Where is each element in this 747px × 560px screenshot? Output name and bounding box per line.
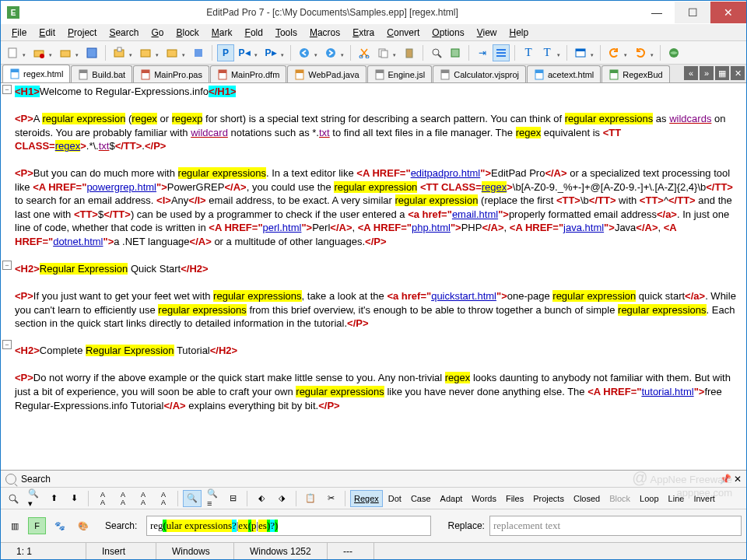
nav-fwd-button[interactable]	[322, 44, 339, 61]
tab-Engine-jsl[interactable]: Engine.jsl	[367, 65, 433, 82]
menu-view[interactable]: View	[471, 26, 503, 40]
project-misc-button[interactable]	[163, 44, 181, 61]
menu-project[interactable]: Project	[61, 26, 103, 40]
menu-file[interactable]: File	[5, 26, 33, 40]
project-save-button[interactable]	[190, 44, 207, 61]
search-next-button[interactable]: 🔍▾	[24, 490, 43, 507]
tab-RegexBud[interactable]: RegexBud	[601, 65, 669, 82]
editor-area[interactable]: − <H1>Welcome to Regular-Expressions.inf…	[1, 83, 746, 470]
new-file-button[interactable]	[4, 44, 21, 61]
search-opt-words[interactable]: Words	[468, 490, 500, 507]
menu-help[interactable]: Help	[503, 26, 535, 40]
tab-list-button[interactable]: ▦	[715, 66, 729, 80]
save-button[interactable]	[57, 44, 74, 61]
tab-scroll-left[interactable]: «	[684, 66, 698, 80]
history-button[interactable]: ▥	[5, 517, 23, 534]
menubar: FileEditProjectSearchGoBlockMarkFoldTool…	[1, 24, 746, 41]
search-down-button[interactable]: ⬇	[65, 490, 83, 507]
open-folder-button[interactable]	[30, 44, 47, 61]
redo-button[interactable]	[632, 44, 649, 61]
tab-regex-html[interactable]: regex.html	[2, 65, 70, 82]
bookmark-button[interactable]: ⬖	[252, 490, 271, 507]
fold-toggle[interactable]: −	[2, 85, 12, 94]
menu-macros[interactable]: Macros	[303, 26, 346, 40]
undo-button[interactable]	[605, 44, 622, 61]
search-aa2[interactable]: AA	[114, 490, 132, 507]
menu-search[interactable]: Search	[103, 26, 145, 40]
tab-acetext-html[interactable]: acetext.html	[527, 65, 601, 82]
tab-Build-bat[interactable]: Build.bat	[71, 65, 132, 82]
replace-button[interactable]	[447, 44, 464, 61]
tab-MainPro-pas[interactable]: MainPro.pas	[133, 65, 209, 82]
search-aa4[interactable]: AA	[154, 490, 173, 507]
tab-WebPad-java[interactable]: WebPad.java	[287, 65, 366, 82]
file-icon	[440, 69, 451, 80]
menu-edit[interactable]: Edit	[33, 26, 61, 40]
align-button[interactable]	[493, 44, 510, 61]
project-open-button[interactable]	[137, 44, 154, 61]
search-aa3[interactable]: AA	[134, 490, 153, 507]
tab-close-button[interactable]: ✕	[731, 66, 745, 80]
tab-MainPro-dfm[interactable]: MainPro.dfm	[210, 65, 286, 82]
close-button[interactable]: ✕	[710, 2, 746, 23]
menu-options[interactable]: Options	[426, 26, 470, 40]
count-button[interactable]: 🔍≡	[203, 490, 222, 507]
tab-label: RegexBud	[622, 70, 662, 79]
indent-button[interactable]: ⇥	[474, 44, 491, 61]
text-tool-button[interactable]: T	[520, 44, 537, 61]
minimize-button[interactable]: —	[639, 2, 675, 23]
misc-button[interactable]: 🎨	[74, 517, 93, 534]
search-opt-invert[interactable]: Invert	[689, 490, 719, 507]
find-button[interactable]	[428, 44, 445, 61]
save-all-button[interactable]	[83, 44, 100, 61]
svg-point-44	[9, 495, 16, 501]
search-opt-block[interactable]: Block	[605, 490, 634, 507]
cut-button[interactable]	[356, 44, 373, 61]
menu-mark[interactable]: Mark	[205, 26, 239, 40]
search-opt-adapt[interactable]: Adapt	[437, 490, 467, 507]
search-opt-loop[interactable]: Loop	[636, 490, 662, 507]
cut-results[interactable]: ✂	[321, 490, 340, 507]
search-opt-projects[interactable]: Projects	[529, 490, 568, 507]
search-input[interactable]: reg(ular expressions?|ex(p|es)?)	[146, 516, 431, 536]
fold-toggle[interactable]: −	[2, 261, 12, 270]
nav-back-button[interactable]	[296, 44, 313, 61]
fold-toggle[interactable]: −	[2, 340, 12, 349]
search-opt-closed[interactable]: Closed	[570, 490, 604, 507]
browser-button[interactable]	[572, 44, 589, 61]
svg-rect-37	[376, 70, 384, 73]
pin-icon[interactable]: 📌 ✕	[720, 474, 742, 485]
menu-convert[interactable]: Convert	[381, 26, 426, 40]
maximize-button[interactable]: ☐	[675, 2, 710, 23]
globe-button[interactable]	[665, 44, 682, 61]
search-opt-files[interactable]: Files	[502, 490, 528, 507]
copy-button[interactable]	[374, 44, 391, 61]
search-prev-button[interactable]: ⬆	[44, 490, 63, 507]
menu-tools[interactable]: Tools	[269, 26, 303, 40]
search-aa1[interactable]: AA	[93, 490, 112, 507]
unmark-button[interactable]: ⬗	[272, 490, 291, 507]
highlight-all-button[interactable]: 🔍	[183, 490, 202, 507]
toggle-p-button[interactable]: P	[217, 44, 234, 61]
text-dd-button[interactable]: T	[538, 44, 556, 61]
favorite-button[interactable]: F	[28, 517, 46, 534]
next-p-button[interactable]: P▶	[262, 44, 279, 61]
prev-p-button[interactable]: P◀	[236, 44, 253, 61]
wild-button[interactable]: 🐾	[51, 517, 69, 534]
search-opt-line[interactable]: Line	[665, 490, 689, 507]
copy-results[interactable]: 📋	[301, 490, 320, 507]
search-opt-regex[interactable]: Regex	[350, 490, 383, 507]
menu-extra[interactable]: Extra	[346, 26, 381, 40]
search-opt-case[interactable]: Case	[407, 490, 435, 507]
tab-scroll-right[interactable]: »	[700, 66, 714, 80]
replace-input[interactable]: replacement text	[489, 516, 742, 536]
search-opt-dot[interactable]: Dot	[384, 490, 405, 507]
menu-block[interactable]: Block	[170, 26, 205, 40]
menu-go[interactable]: Go	[145, 26, 170, 40]
search-run-button[interactable]	[4, 490, 23, 507]
paste-button[interactable]	[401, 44, 418, 61]
menu-fold[interactable]: Fold	[239, 26, 269, 40]
tab-Calculator-vjsproj[interactable]: Calculator.vjsproj	[433, 65, 526, 82]
project-button[interactable]	[110, 44, 128, 61]
fold-button[interactable]: ⊟	[223, 490, 242, 507]
